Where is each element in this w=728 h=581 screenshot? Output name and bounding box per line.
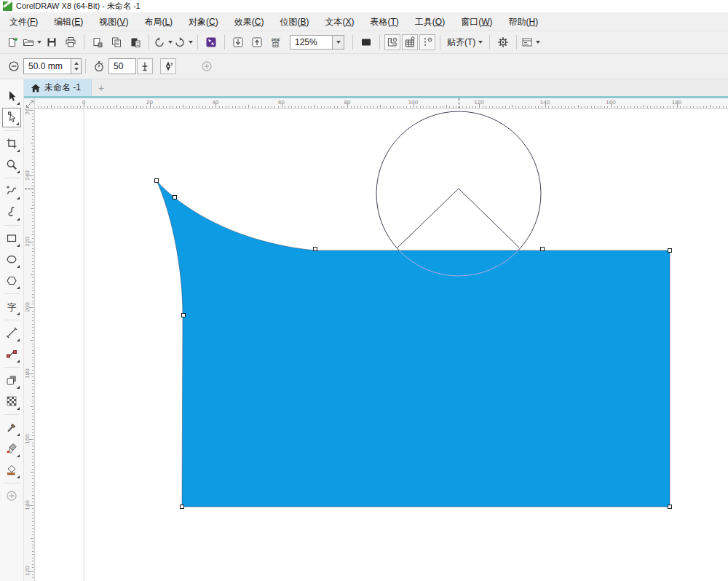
app-launcher-button[interactable]: [521, 33, 540, 51]
rectangle-tool[interactable]: [2, 229, 21, 248]
interactive-fill-tool[interactable]: [2, 439, 21, 459]
menu-item-l3[interactable]: 布局(L): [136, 13, 181, 31]
open-folder-button[interactable]: [23, 33, 41, 51]
cut-button[interactable]: [89, 33, 106, 51]
options-gear-button[interactable]: [494, 33, 512, 51]
blue-shape[interactable]: [157, 181, 670, 507]
ruler-tick: [32, 284, 33, 285]
ruler-tick: [423, 106, 424, 108]
smart-fill-tool[interactable]: [2, 460, 21, 480]
pick-tool[interactable]: [2, 87, 21, 106]
chevron-down-icon: [478, 41, 483, 44]
text-tool[interactable]: [2, 297, 21, 317]
search-content-button[interactable]: [202, 33, 220, 51]
menu-item-c4[interactable]: 对象(C): [181, 13, 226, 31]
ruler-tick: [32, 449, 33, 450]
ruler-tick: [90, 106, 91, 108]
shape-tool[interactable]: [2, 108, 21, 127]
document-tab[interactable]: 未命名 -1: [24, 79, 92, 96]
rate-slider-button[interactable]: [137, 58, 153, 74]
shape-node[interactable]: [668, 505, 672, 509]
artistic-media-tool[interactable]: [2, 202, 21, 222]
parallel-dimension-tool[interactable]: [2, 323, 21, 343]
new-document-button[interactable]: [4, 33, 21, 51]
ruler-tick: [710, 105, 711, 108]
import-button[interactable]: [229, 33, 247, 51]
shape-node[interactable]: [173, 196, 177, 199]
ruler-tick: [32, 534, 33, 535]
zoom-tool-icon: [6, 159, 18, 171]
rate-field[interactable]: 50: [108, 58, 136, 74]
snap-to-dropdown[interactable]: 贴齐(T): [444, 36, 486, 49]
toolbox-separator: [4, 293, 20, 294]
paste-button[interactable]: [127, 33, 144, 51]
shape-node[interactable]: [314, 248, 317, 251]
export-button[interactable]: [248, 33, 266, 51]
show-grid-button[interactable]: [402, 34, 418, 50]
new-tab-button[interactable]: +: [92, 79, 111, 96]
show-rulers-button[interactable]: [384, 34, 400, 50]
artistic-media-tool-icon: [6, 206, 18, 218]
print-button[interactable]: [62, 33, 79, 51]
shape-node[interactable]: [541, 248, 545, 251]
menu-item-t8[interactable]: 表格(T): [362, 13, 406, 31]
undo-arrow-button[interactable]: [154, 33, 173, 51]
menu-item-h11[interactable]: 帮助(H): [500, 13, 546, 31]
ruler-tick: [87, 106, 88, 108]
ellipse-tool[interactable]: [2, 250, 21, 269]
ruler-tick: [321, 106, 322, 108]
ruler-tick: [110, 106, 111, 108]
polygon-tool[interactable]: [2, 271, 21, 290]
ruler-tick: [31, 472, 33, 473]
ruler-origin[interactable]: [24, 98, 35, 109]
transparency-tool[interactable]: [2, 392, 21, 411]
ruler-tick: [32, 136, 33, 137]
crop-tool[interactable]: [2, 134, 21, 154]
ruler-tick: [32, 123, 33, 124]
fullscreen-preview-button[interactable]: [357, 33, 375, 51]
freehand-tool[interactable]: [2, 181, 21, 201]
pen-pressure-button[interactable]: [160, 58, 176, 74]
menu-item-x7[interactable]: 文本(X): [317, 13, 362, 31]
ruler-tick: [32, 574, 33, 575]
menu-item-o9[interactable]: 工具(O): [407, 13, 453, 31]
zoom-tool[interactable]: [2, 155, 21, 175]
circle-outline-upper-arc[interactable]: [376, 111, 541, 250]
nib-size-field[interactable]: 50.0 mm: [23, 58, 71, 74]
pdf-publish-button[interactable]: [267, 33, 285, 51]
menu-item-e1[interactable]: 编辑(E): [46, 13, 91, 31]
nib-size-spinner[interactable]: [71, 58, 82, 74]
menu-item-f0[interactable]: 文件(F): [1, 13, 46, 31]
ruler-tick: [32, 195, 33, 196]
show-guidelines-button[interactable]: [419, 34, 435, 50]
ruler-tick: [614, 106, 615, 108]
shape-node[interactable]: [182, 314, 186, 317]
shape-node[interactable]: [155, 179, 159, 183]
ruler-tick: [697, 106, 697, 108]
drawing-canvas[interactable]: [35, 109, 728, 581]
ruler-tick: [443, 106, 443, 108]
shape-node[interactable]: [181, 505, 184, 509]
connector-tool[interactable]: [2, 344, 21, 364]
customize-plus[interactable]: [2, 486, 21, 506]
horizontal-ruler[interactable]: 020406080100120140160180: [35, 98, 728, 109]
menu-item-b6[interactable]: 位图(B): [272, 13, 317, 31]
color-eyedropper-tool[interactable]: [2, 418, 21, 438]
zoom-level-combo[interactable]: 125%: [290, 35, 344, 50]
vertical-ruler[interactable]: 260240220200180160140120: [24, 109, 35, 581]
menu-item-c5[interactable]: 效果(C): [226, 13, 272, 31]
copy-button[interactable]: [108, 33, 125, 51]
save-file-button[interactable]: [43, 33, 60, 51]
ruler-label: 140: [24, 496, 31, 515]
customize-property-bar-button[interactable]: [198, 58, 215, 75]
menu-item-w10[interactable]: 窗口(W): [453, 13, 500, 31]
redo-arrow-button[interactable]: [174, 33, 193, 51]
ruler-tick: [617, 106, 618, 108]
zoom-level-dropdown-button[interactable]: [332, 35, 344, 50]
ruler-label: 160: [24, 430, 31, 448]
ruler-tick: [32, 294, 33, 295]
ruler-tick: [420, 106, 421, 108]
drop-shadow-tool[interactable]: [2, 371, 21, 390]
shape-node[interactable]: [668, 249, 672, 253]
menu-item-v2[interactable]: 视图(V): [91, 13, 136, 31]
